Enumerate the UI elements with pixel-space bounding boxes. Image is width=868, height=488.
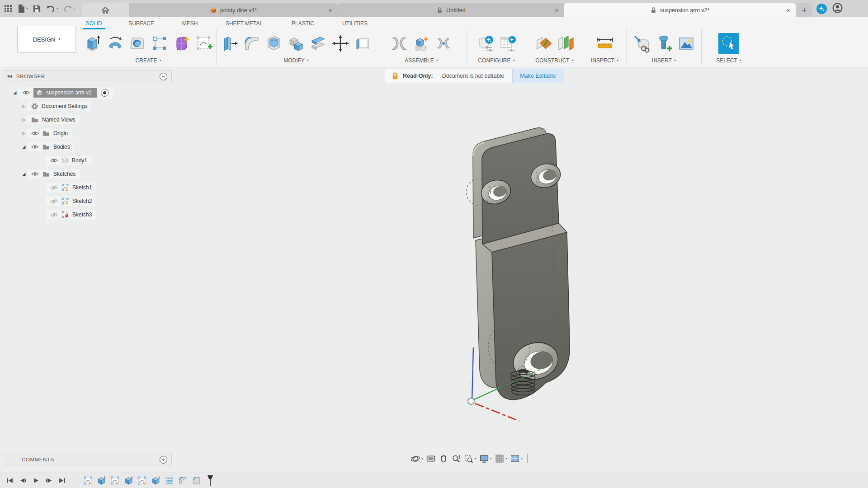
- create-form-icon[interactable]: [171, 32, 192, 55]
- configuration-icon[interactable]: [475, 32, 496, 55]
- joint-origin-icon[interactable]: [433, 32, 454, 55]
- window-zoom-caret-icon[interactable]: ▾: [475, 457, 476, 460]
- selected-node[interactable]: suspension arm v2: [33, 88, 97, 98]
- ribbon-tab-surface[interactable]: SURFACE: [115, 19, 167, 29]
- timeline-extrude3-icon[interactable]: [151, 475, 161, 486]
- window-zoom-button[interactable]: ▾: [464, 454, 476, 464]
- create-sketch-icon[interactable]: [193, 32, 214, 55]
- home-tab[interactable]: [82, 3, 129, 17]
- timeline-sketch2-icon[interactable]: [110, 475, 120, 486]
- expand-arrow-icon[interactable]: ▷: [21, 117, 27, 122]
- fillet-icon[interactable]: [241, 32, 262, 55]
- new-component-icon[interactable]: [411, 32, 432, 55]
- configuration-table-icon[interactable]: [497, 32, 518, 55]
- tab-suspension-arm[interactable]: suspension arm v2* ×: [564, 3, 796, 17]
- configure-dropdown[interactable]: CONFIGURE▾: [478, 57, 514, 66]
- insert-dropdown[interactable]: INSERT▾: [652, 57, 676, 66]
- undo-caret-icon[interactable]: ▾: [57, 7, 58, 10]
- tree-item-body1[interactable]: Body1: [3, 154, 172, 167]
- display-caret-icon[interactable]: ▾: [490, 457, 492, 460]
- app-grid-icon[interactable]: [4, 4, 13, 13]
- visibility-eye-icon[interactable]: [50, 158, 58, 163]
- viewports-caret-icon[interactable]: ▾: [521, 457, 523, 460]
- look-at-button[interactable]: [426, 454, 436, 464]
- align-icon[interactable]: [352, 32, 373, 55]
- joint-icon[interactable]: [389, 32, 410, 55]
- file-menu-button[interactable]: ▾: [17, 4, 28, 13]
- rectangular-pattern-icon[interactable]: [149, 32, 170, 55]
- expand-arrow-icon[interactable]: ◢: [21, 172, 27, 176]
- tree-item-sketch1[interactable]: Sketch1: [3, 181, 172, 194]
- expand-arrow-icon[interactable]: ◢: [21, 145, 27, 149]
- assemble-dropdown[interactable]: ASSEMBLE▾: [405, 57, 438, 66]
- hole-icon[interactable]: [127, 32, 148, 55]
- tree-item-sketches[interactable]: ◢ Sketches: [3, 167, 172, 181]
- construct-dropdown[interactable]: CONSTRUCT▾: [535, 57, 573, 66]
- timeline-extrude2-icon[interactable]: [123, 475, 134, 486]
- make-editable-button[interactable]: Make Editable: [512, 69, 563, 83]
- visibility-off-eye-icon[interactable]: [50, 212, 58, 218]
- visibility-eye-icon[interactable]: [31, 131, 39, 136]
- move-copy-icon[interactable]: [330, 32, 351, 55]
- expand-arrow-icon[interactable]: ◢: [12, 90, 18, 95]
- tree-item-bodies[interactable]: ◢ Bodies: [3, 140, 172, 154]
- revolve-icon[interactable]: [105, 32, 126, 55]
- step-back-button[interactable]: [19, 477, 27, 484]
- canvas-icon[interactable]: [676, 32, 697, 55]
- ribbon-tab-mesh[interactable]: MESH: [167, 19, 212, 29]
- activate-component-radio[interactable]: [101, 89, 108, 97]
- pan-button[interactable]: [439, 454, 448, 464]
- inspect-dropdown[interactable]: INSPECT▾: [591, 57, 618, 66]
- grid-caret-icon[interactable]: ▾: [505, 457, 507, 460]
- ribbon-tab-utilities[interactable]: UTILITIES: [330, 19, 380, 29]
- tab-close-icon[interactable]: ×: [555, 7, 559, 14]
- modify-dropdown[interactable]: MODIFY▾: [283, 57, 309, 66]
- assistant-sparkle-icon[interactable]: [816, 4, 827, 14]
- go-to-end-button[interactable]: [58, 477, 66, 484]
- display-settings-button[interactable]: ▾: [479, 454, 492, 464]
- measure-icon[interactable]: [594, 32, 615, 55]
- viewports-button[interactable]: ▾: [510, 454, 523, 464]
- construction-plane-icon[interactable]: [533, 32, 554, 55]
- comments-bar[interactable]: COMMENTS +: [3, 454, 172, 465]
- ribbon-tab-solid[interactable]: SOLID: [72, 19, 115, 29]
- tab-untitled[interactable]: Untitled ×: [338, 3, 564, 17]
- timeline-threads-icon[interactable]: [164, 475, 175, 486]
- select-dropdown[interactable]: SELECT▾: [716, 57, 741, 66]
- play-button[interactable]: [32, 477, 40, 484]
- timeline-sketch3-icon[interactable]: [137, 475, 147, 486]
- extrude-icon[interactable]: [83, 32, 104, 55]
- select-icon[interactable]: [718, 33, 739, 54]
- tree-item-root[interactable]: ◢ suspension arm v2: [3, 86, 172, 99]
- visibility-off-eye-icon[interactable]: [50, 185, 58, 191]
- add-comment-icon[interactable]: +: [160, 456, 167, 464]
- workspace-selector[interactable]: DESIGN ▾: [17, 26, 76, 53]
- tab-pointy-dice[interactable]: pointy dice v4* ×: [129, 3, 338, 17]
- timeline-playhead[interactable]: [206, 475, 215, 486]
- file-menu-caret-icon[interactable]: ▾: [26, 7, 28, 10]
- visibility-eye-icon[interactable]: [31, 171, 39, 177]
- tree-item-named-views[interactable]: ▷ Named Views: [3, 113, 172, 127]
- create-dropdown[interactable]: CREATE▾: [136, 57, 161, 66]
- insert-derive-icon[interactable]: [632, 32, 652, 55]
- user-avatar[interactable]: [832, 3, 843, 15]
- tab-close-icon[interactable]: ×: [786, 7, 790, 14]
- timeline-fillet-icon[interactable]: [178, 475, 188, 486]
- tab-close-icon[interactable]: ×: [328, 7, 332, 14]
- timeline-chamfer-icon[interactable]: [191, 475, 202, 486]
- insert-fastener-icon[interactable]: [654, 32, 675, 55]
- timeline-sketch1-icon[interactable]: [83, 475, 93, 486]
- expand-arrow-icon[interactable]: ▷: [21, 104, 27, 108]
- visibility-off-eye-icon[interactable]: [50, 198, 58, 204]
- press-pull-icon[interactable]: [219, 32, 240, 55]
- tree-item-sketch2[interactable]: Sketch2: [3, 194, 172, 208]
- timeline-extrude1-icon[interactable]: [96, 475, 107, 486]
- tree-item-origin[interactable]: ▷ Origin: [3, 127, 172, 140]
- undo-button[interactable]: ▾: [46, 5, 58, 13]
- nav-toolbar-handle[interactable]: [527, 454, 528, 463]
- tree-item-document-settings[interactable]: ▷ Document Settings: [3, 99, 172, 113]
- visibility-eye-icon[interactable]: [31, 144, 39, 150]
- expand-arrow-icon[interactable]: ▷: [21, 131, 27, 136]
- grid-display-button[interactable]: ▾: [495, 454, 507, 464]
- redo-caret-icon[interactable]: ▾: [74, 7, 75, 10]
